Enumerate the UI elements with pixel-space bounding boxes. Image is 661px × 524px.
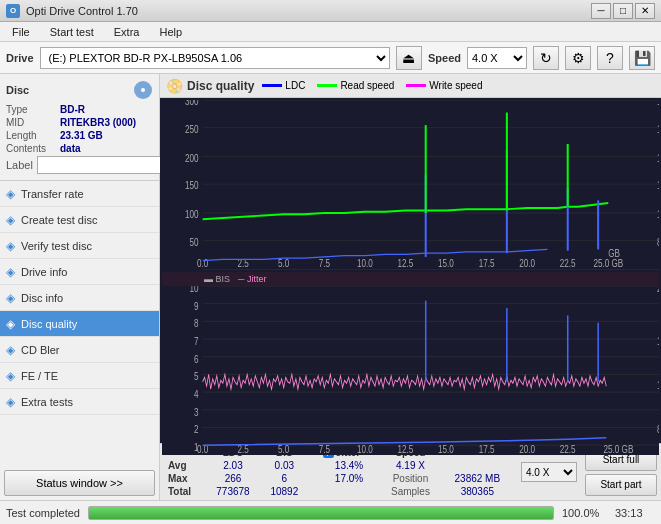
svg-text:4: 4 [194,387,199,400]
status-text: Test completed [6,507,80,519]
max-ldc-value: 266 [205,472,260,485]
svg-text:15.0: 15.0 [438,258,454,269]
close-button[interactable]: ✕ [635,3,655,19]
svg-text:6: 6 [194,352,199,365]
legend-read-speed: Read speed [317,80,394,91]
minimize-button[interactable]: ─ [591,3,611,19]
svg-text:10.0: 10.0 [357,258,373,269]
svg-text:25.0 GB: 25.0 GB [593,258,623,269]
svg-text:250: 250 [185,124,199,135]
sidebar-label-fe-te: FE / TE [21,370,58,382]
progress-bar: Test completed 100.0% 33:13 [0,500,661,524]
start-part-button[interactable]: Start part [585,474,657,496]
menu-help[interactable]: Help [151,24,190,40]
svg-text:20.0: 20.0 [519,258,535,269]
help-button[interactable]: ? [597,46,623,70]
svg-text:16X: 16X [657,124,659,135]
sidebar-item-drive-info[interactable]: ◈ Drive info [0,259,159,285]
total-bis-value: 10892 [261,485,309,498]
type-label: Type [6,104,56,115]
svg-text:7: 7 [194,334,199,347]
sidebar-label-drive-info: Drive info [21,266,67,278]
progress-fill [89,507,553,519]
sidebar-item-fe-te[interactable]: ◈ FE / TE [0,363,159,389]
max-bis-value: 6 [261,472,309,485]
svg-text:8: 8 [194,316,199,329]
svg-text:17.5: 17.5 [479,258,495,269]
svg-text:0.0: 0.0 [197,442,209,455]
sidebar-item-extra-tests[interactable]: ◈ Extra tests [0,389,159,415]
legend-write-speed: Write speed [406,80,482,91]
contents-label: Contents [6,143,56,154]
svg-text:12%: 12% [657,378,659,391]
position-label: Position [379,472,441,485]
svg-text:14X: 14X [657,153,659,164]
titlebar: O Opti Drive Control 1.70 ─ □ ✕ [0,0,661,22]
svg-text:15.0: 15.0 [438,442,454,455]
bis-legend-label: ▬ BIS [204,274,230,284]
menu-extra[interactable]: Extra [106,24,148,40]
svg-text:GB: GB [608,248,620,259]
menu-file[interactable]: File [4,24,38,40]
length-label: Length [6,130,56,141]
sidebar-item-transfer-rate[interactable]: ◈ Transfer rate [0,181,159,207]
sidebar-item-disc-info[interactable]: ◈ Disc info [0,285,159,311]
avg-jitter-value: 13.4% [319,459,379,472]
refresh-button[interactable]: ↻ [533,46,559,70]
sidebar-item-disc-quality[interactable]: ◈ Disc quality [0,311,159,337]
chart-header: 📀 Disc quality LDC Read speed Write spee… [160,74,661,98]
sidebar-label-cd-bler: CD Bler [21,344,60,356]
svg-text:10.0: 10.0 [357,442,373,455]
svg-text:22.5: 22.5 [560,442,576,455]
svg-text:50: 50 [189,237,198,248]
sidebar: Disc Type BD-R MID RITEKBR3 (000) Length… [0,74,160,500]
legend-ldc-label: LDC [285,80,305,91]
progress-percent: 100.0% [562,507,607,519]
sidebar-item-verify-test-disc[interactable]: ◈ Verify test disc [0,233,159,259]
disc-label-label: Label [6,159,33,171]
svg-text:20%: 20% [657,286,659,294]
disc-panel: Disc Type BD-R MID RITEKBR3 (000) Length… [0,74,159,181]
jitter-legend-label: ─ Jitter [238,274,266,284]
maximize-button[interactable]: □ [613,3,633,19]
chart-area: 📀 Disc quality LDC Read speed Write spee… [160,74,661,500]
svg-text:5.0: 5.0 [278,258,289,269]
menu-start-test[interactable]: Start test [42,24,102,40]
sidebar-item-cd-bler[interactable]: ◈ CD Bler [0,337,159,363]
drivebar: Drive (E:) PLEXTOR BD-R PX-LB950SA 1.06 … [0,42,661,74]
svg-text:150: 150 [185,180,199,191]
chart-top: 300 250 200 150 100 50 18X 16X 14X 12X 1… [162,100,659,270]
disc-label-input[interactable] [37,156,170,174]
fe-te-icon: ◈ [6,369,15,383]
sidebar-label-disc-quality: Disc quality [21,318,77,330]
charts-container: 300 250 200 150 100 50 18X 16X 14X 12X 1… [160,98,661,443]
sidebar-item-create-test-disc[interactable]: ◈ Create test disc [0,207,159,233]
legend-write-label: Write speed [429,80,482,91]
svg-text:16%: 16% [657,334,659,347]
eject-button[interactable]: ⏏ [396,46,422,70]
speed-select[interactable]: 4.0 X 2.0 X 6.0 X 8.0 X [467,47,527,69]
svg-point-1 [141,88,145,92]
legend-write-color [406,84,426,87]
titlebar-controls: ─ □ ✕ [591,3,655,19]
create-test-disc-icon: ◈ [6,213,15,227]
samples-label: Samples [379,485,441,498]
settings-button[interactable]: ⚙ [565,46,591,70]
disc-info-icon: ◈ [6,291,15,305]
main-content: Disc Type BD-R MID RITEKBR3 (000) Length… [0,74,661,500]
svg-text:12.5: 12.5 [398,442,414,455]
sidebar-label-transfer-rate: Transfer rate [21,188,84,200]
status-window-button[interactable]: Status window >> [4,470,155,496]
legend-ldc: LDC [262,80,305,91]
avg-ldc-value: 2.03 [205,459,260,472]
svg-text:10X: 10X [657,209,659,220]
samples-value: 380365 [442,485,513,498]
extra-tests-icon: ◈ [6,395,15,409]
save-button[interactable]: 💾 [629,46,655,70]
svg-text:8X: 8X [657,237,659,248]
drive-select[interactable]: (E:) PLEXTOR BD-R PX-LB950SA 1.06 [40,47,390,69]
speed-dropdown[interactable]: 4.0 X 2.0 X 6.0 X [521,462,577,482]
svg-text:25.0 GB: 25.0 GB [604,442,634,455]
svg-rect-2 [162,100,659,270]
sidebar-label-create-test-disc: Create test disc [21,214,97,226]
